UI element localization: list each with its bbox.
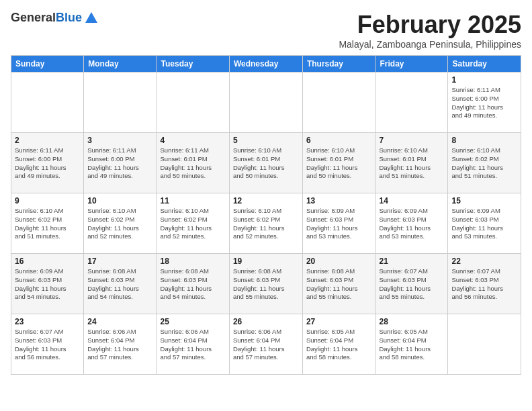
calendar-day-empty bbox=[375, 73, 448, 133]
weekday-header-friday: Friday bbox=[375, 56, 448, 73]
calendar-day-6: 6Sunrise: 6:10 AM Sunset: 6:01 PM Daylig… bbox=[302, 133, 375, 193]
day-number: 15 bbox=[451, 196, 517, 205]
day-number: 24 bbox=[87, 317, 152, 326]
day-number: 19 bbox=[233, 257, 299, 266]
day-info: Sunrise: 6:08 AM Sunset: 6:03 PM Dayligh… bbox=[306, 267, 372, 302]
day-info: Sunrise: 6:06 AM Sunset: 6:04 PM Dayligh… bbox=[233, 328, 299, 362]
calendar-day-22: 22Sunrise: 6:07 AM Sunset: 6:03 PM Dayli… bbox=[448, 254, 521, 314]
day-info: Sunrise: 6:10 AM Sunset: 6:02 PM Dayligh… bbox=[15, 207, 80, 241]
calendar-day-8: 8Sunrise: 6:10 AM Sunset: 6:02 PM Daylig… bbox=[448, 133, 521, 193]
day-number: 12 bbox=[233, 196, 299, 205]
day-info: Sunrise: 6:07 AM Sunset: 6:03 PM Dayligh… bbox=[379, 267, 444, 302]
calendar-day-21: 21Sunrise: 6:07 AM Sunset: 6:03 PM Dayli… bbox=[375, 254, 448, 314]
calendar-day-13: 13Sunrise: 6:09 AM Sunset: 6:03 PM Dayli… bbox=[302, 193, 375, 254]
day-number: 14 bbox=[379, 196, 444, 205]
logo-icon bbox=[84, 11, 99, 26]
day-info: Sunrise: 6:09 AM Sunset: 6:03 PM Dayligh… bbox=[15, 267, 80, 302]
day-number: 7 bbox=[379, 136, 444, 145]
calendar-day-9: 9Sunrise: 6:10 AM Sunset: 6:02 PM Daylig… bbox=[11, 193, 84, 254]
day-info: Sunrise: 6:05 AM Sunset: 6:04 PM Dayligh… bbox=[306, 328, 372, 362]
calendar-day-12: 12Sunrise: 6:10 AM Sunset: 6:02 PM Dayli… bbox=[229, 193, 302, 254]
calendar-day-15: 15Sunrise: 6:09 AM Sunset: 6:03 PM Dayli… bbox=[448, 193, 521, 254]
logo: GeneralBlue bbox=[11, 11, 99, 26]
weekday-header-saturday: Saturday bbox=[448, 56, 521, 73]
calendar-day-empty bbox=[157, 73, 229, 133]
day-number: 17 bbox=[87, 257, 152, 266]
calendar-day-27: 27Sunrise: 6:05 AM Sunset: 6:04 PM Dayli… bbox=[302, 314, 375, 375]
calendar-day-24: 24Sunrise: 6:06 AM Sunset: 6:04 PM Dayli… bbox=[84, 314, 157, 375]
day-number: 5 bbox=[233, 136, 299, 145]
calendar-day-empty bbox=[11, 73, 84, 133]
day-info: Sunrise: 6:10 AM Sunset: 6:02 PM Dayligh… bbox=[87, 207, 152, 241]
day-number: 21 bbox=[379, 257, 444, 266]
calendar-day-23: 23Sunrise: 6:07 AM Sunset: 6:03 PM Dayli… bbox=[11, 314, 84, 375]
calendar-day-18: 18Sunrise: 6:08 AM Sunset: 6:03 PM Dayli… bbox=[157, 254, 229, 314]
day-info: Sunrise: 6:10 AM Sunset: 6:01 PM Dayligh… bbox=[233, 146, 299, 181]
calendar-week-row: 9Sunrise: 6:10 AM Sunset: 6:02 PM Daylig… bbox=[11, 193, 521, 254]
title-section: February 2025 Malayal, Zamboanga Peninsu… bbox=[339, 11, 521, 50]
day-info: Sunrise: 6:07 AM Sunset: 6:03 PM Dayligh… bbox=[451, 267, 517, 302]
day-info: Sunrise: 6:11 AM Sunset: 6:00 PM Dayligh… bbox=[15, 146, 80, 181]
page-header: GeneralBlue February 2025 Malayal, Zambo… bbox=[11, 11, 521, 50]
weekday-header-monday: Monday bbox=[84, 56, 157, 73]
day-info: Sunrise: 6:11 AM Sunset: 6:01 PM Dayligh… bbox=[161, 146, 226, 181]
calendar-day-17: 17Sunrise: 6:08 AM Sunset: 6:03 PM Dayli… bbox=[84, 254, 157, 314]
day-number: 20 bbox=[306, 257, 372, 266]
day-number: 16 bbox=[15, 257, 80, 266]
calendar-day-20: 20Sunrise: 6:08 AM Sunset: 6:03 PM Dayli… bbox=[302, 254, 375, 314]
day-number: 2 bbox=[15, 136, 80, 145]
day-info: Sunrise: 6:09 AM Sunset: 6:03 PM Dayligh… bbox=[306, 207, 372, 241]
calendar-day-26: 26Sunrise: 6:06 AM Sunset: 6:04 PM Dayli… bbox=[229, 314, 302, 375]
weekday-header-wednesday: Wednesday bbox=[229, 56, 302, 73]
calendar-day-7: 7Sunrise: 6:10 AM Sunset: 6:01 PM Daylig… bbox=[375, 133, 448, 193]
calendar-day-3: 3Sunrise: 6:11 AM Sunset: 6:00 PM Daylig… bbox=[84, 133, 157, 193]
day-info: Sunrise: 6:08 AM Sunset: 6:03 PM Dayligh… bbox=[87, 267, 152, 302]
day-number: 27 bbox=[306, 317, 372, 326]
calendar-day-19: 19Sunrise: 6:08 AM Sunset: 6:03 PM Dayli… bbox=[229, 254, 302, 314]
day-number: 23 bbox=[15, 317, 80, 326]
calendar-day-4: 4Sunrise: 6:11 AM Sunset: 6:01 PM Daylig… bbox=[157, 133, 229, 193]
weekday-header-tuesday: Tuesday bbox=[157, 56, 229, 73]
weekday-header-thursday: Thursday bbox=[302, 56, 375, 73]
weekday-header-sunday: Sunday bbox=[11, 56, 84, 73]
calendar-day-28: 28Sunrise: 6:05 AM Sunset: 6:04 PM Dayli… bbox=[375, 314, 448, 375]
calendar-day-14: 14Sunrise: 6:09 AM Sunset: 6:03 PM Dayli… bbox=[375, 193, 448, 254]
day-number: 18 bbox=[161, 257, 226, 266]
calendar-day-11: 11Sunrise: 6:10 AM Sunset: 6:02 PM Dayli… bbox=[157, 193, 229, 254]
calendar-table: SundayMondayTuesdayWednesdayThursdayFrid… bbox=[11, 55, 521, 375]
day-number: 8 bbox=[451, 136, 517, 145]
location-subtitle: Malayal, Zamboanga Peninsula, Philippine… bbox=[339, 39, 521, 50]
day-number: 22 bbox=[451, 257, 517, 266]
calendar-day-16: 16Sunrise: 6:09 AM Sunset: 6:03 PM Dayli… bbox=[11, 254, 84, 314]
svg-marker-0 bbox=[85, 12, 97, 23]
day-info: Sunrise: 6:11 AM Sunset: 6:00 PM Dayligh… bbox=[87, 146, 152, 181]
day-number: 4 bbox=[161, 136, 226, 145]
calendar-week-row: 2Sunrise: 6:11 AM Sunset: 6:00 PM Daylig… bbox=[11, 133, 521, 193]
calendar-day-1: 1Sunrise: 6:11 AM Sunset: 6:00 PM Daylig… bbox=[448, 73, 521, 133]
day-info: Sunrise: 6:07 AM Sunset: 6:03 PM Dayligh… bbox=[15, 328, 80, 362]
day-info: Sunrise: 6:09 AM Sunset: 6:03 PM Dayligh… bbox=[451, 207, 517, 241]
day-number: 9 bbox=[15, 196, 80, 205]
day-info: Sunrise: 6:11 AM Sunset: 6:00 PM Dayligh… bbox=[451, 86, 517, 120]
calendar-week-row: 1Sunrise: 6:11 AM Sunset: 6:00 PM Daylig… bbox=[11, 73, 521, 133]
calendar-day-empty bbox=[302, 73, 375, 133]
day-info: Sunrise: 6:10 AM Sunset: 6:02 PM Dayligh… bbox=[161, 207, 226, 241]
day-number: 28 bbox=[379, 317, 444, 326]
logo-general: GeneralBlue bbox=[11, 11, 82, 25]
month-title: February 2025 bbox=[339, 11, 521, 39]
day-number: 1 bbox=[451, 75, 517, 85]
calendar-day-25: 25Sunrise: 6:06 AM Sunset: 6:04 PM Dayli… bbox=[157, 314, 229, 375]
day-info: Sunrise: 6:05 AM Sunset: 6:04 PM Dayligh… bbox=[379, 328, 444, 362]
day-info: Sunrise: 6:09 AM Sunset: 6:03 PM Dayligh… bbox=[379, 207, 444, 241]
day-info: Sunrise: 6:10 AM Sunset: 6:02 PM Dayligh… bbox=[451, 146, 517, 181]
day-number: 6 bbox=[306, 136, 372, 145]
day-info: Sunrise: 6:10 AM Sunset: 6:01 PM Dayligh… bbox=[379, 146, 444, 181]
calendar-week-row: 16Sunrise: 6:09 AM Sunset: 6:03 PM Dayli… bbox=[11, 254, 521, 314]
calendar-day-2: 2Sunrise: 6:11 AM Sunset: 6:00 PM Daylig… bbox=[11, 133, 84, 193]
calendar-day-empty bbox=[229, 73, 302, 133]
day-number: 3 bbox=[87, 136, 152, 145]
calendar-day-empty bbox=[448, 314, 521, 375]
calendar-day-5: 5Sunrise: 6:10 AM Sunset: 6:01 PM Daylig… bbox=[229, 133, 302, 193]
day-info: Sunrise: 6:10 AM Sunset: 6:01 PM Dayligh… bbox=[306, 146, 372, 181]
day-number: 25 bbox=[161, 317, 226, 326]
